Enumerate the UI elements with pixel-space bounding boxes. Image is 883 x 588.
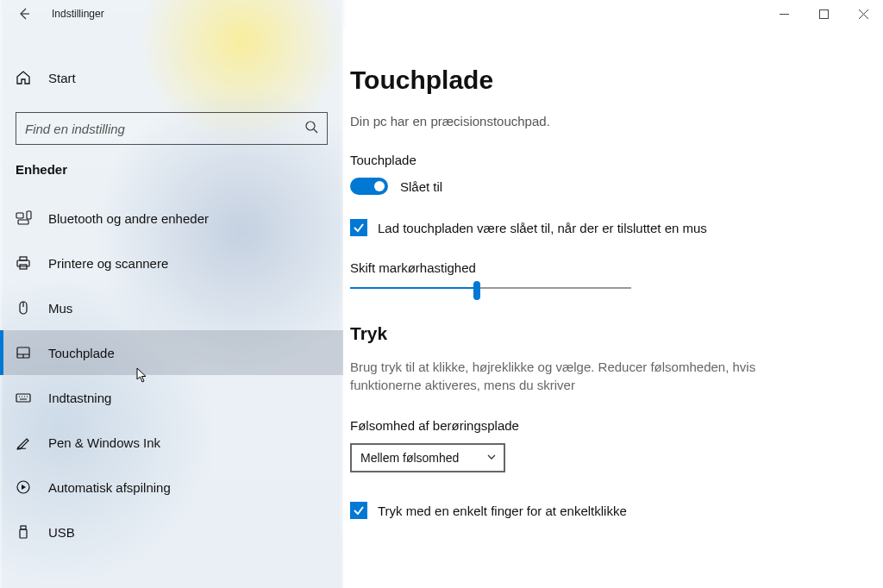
back-button[interactable] [7, 0, 41, 28]
home-button[interactable]: Start [0, 59, 343, 97]
home-icon [16, 70, 40, 85]
svg-rect-5 [17, 260, 29, 266]
search-icon [304, 120, 318, 137]
svg-rect-6 [20, 257, 27, 260]
sidebar-item-label: Indtastning [48, 391, 111, 405]
svg-rect-4 [27, 211, 31, 219]
sensitivity-dropdown[interactable]: Mellem følsomhed [350, 443, 505, 472]
usb-icon [16, 524, 40, 540]
sidebar-item-pen[interactable]: Pen & Windows Ink [0, 420, 343, 465]
sidebar-item-usb[interactable]: USB [0, 510, 343, 554]
keep-on-checkbox[interactable] [350, 219, 367, 236]
svg-rect-13 [20, 529, 27, 538]
touchpad-label: Touchplade [350, 153, 883, 167]
keep-on-label: Lad touchpladen være slået til, når der … [378, 221, 707, 235]
window-controls [764, 0, 883, 28]
home-label: Start [48, 71, 76, 85]
svg-rect-3 [18, 220, 28, 224]
toggle-state-label: Slået til [400, 179, 442, 194]
sensitivity-label: Følsomhed af berøringsplade [350, 418, 883, 433]
settings-window: Indstillinger Start [0, 0, 883, 588]
svg-point-1 [306, 122, 315, 130]
sidebar-item-bluetooth[interactable]: Bluetooth og andre enheder [0, 196, 343, 241]
back-arrow-icon [17, 7, 31, 21]
titlebar: Indstillinger [0, 0, 883, 28]
sidebar-item-label: USB [48, 525, 75, 540]
sidebar-item-autoplay[interactable]: Automatisk afspilning [0, 465, 343, 510]
single-tap-label: Tryk med en enkelt finger for at enkeltk… [378, 504, 627, 518]
sidebar-item-label: Mus [48, 301, 72, 316]
sidebar-item-touchpad[interactable]: Touchplade [0, 330, 343, 375]
svg-rect-0 [819, 9, 828, 18]
svg-rect-10 [16, 394, 30, 402]
single-tap-checkbox[interactable] [350, 502, 367, 519]
printer-icon [16, 255, 40, 271]
sidebar-item-label: Pen & Windows Ink [48, 435, 160, 450]
pen-icon [16, 435, 40, 450]
minimize-button[interactable] [764, 0, 804, 28]
dropdown-selected: Mellem følsomhed [360, 451, 473, 465]
window-title: Indstillinger [52, 8, 104, 20]
keyboard-icon [16, 390, 40, 405]
content-pane: Touchplade Din pc har en præcisionstouch… [343, 28, 883, 588]
mouse-icon [16, 300, 40, 316]
search-input[interactable] [25, 122, 304, 136]
sidebar-item-label: Automatisk afspilning [48, 480, 171, 495]
maximize-button[interactable] [804, 0, 843, 28]
touchpad-toggle[interactable] [350, 178, 388, 195]
search-box[interactable] [16, 112, 328, 145]
slider-fill [350, 287, 477, 289]
touchpad-icon [16, 345, 40, 360]
close-button[interactable] [843, 0, 883, 28]
sidebar-item-mouse[interactable]: Mus [0, 285, 343, 330]
slider-thumb[interactable] [473, 281, 480, 300]
toggle-knob [374, 181, 385, 191]
checkmark-icon [353, 504, 365, 516]
autoplay-icon [16, 479, 40, 495]
taps-description: Brug tryk til at klikke, højreklikke og … [350, 358, 790, 394]
sidebar-item-label: Bluetooth og andre enheder [48, 211, 209, 226]
bluetooth-devices-icon [16, 210, 40, 226]
checkmark-icon [353, 222, 365, 234]
category-heading: Enheder [0, 162, 343, 177]
sidebar-item-label: Printere og scannere [48, 256, 168, 271]
page-subtitle: Din pc har en præcisionstouchpad. [350, 114, 883, 128]
sidebar-item-printers[interactable]: Printere og scannere [0, 241, 343, 285]
cursor-speed-slider[interactable] [350, 287, 631, 289]
cursor-speed-label: Skift markørhastighed [350, 260, 883, 275]
chevron-down-icon [486, 450, 497, 466]
page-title: Touchplade [350, 66, 883, 95]
sidebar: Start Enheder [0, 28, 343, 588]
sidebar-item-typing[interactable]: Indtastning [0, 375, 343, 420]
taps-heading: Tryk [350, 323, 883, 344]
sidebar-item-label: Touchplade [48, 346, 115, 360]
svg-rect-2 [16, 213, 23, 218]
